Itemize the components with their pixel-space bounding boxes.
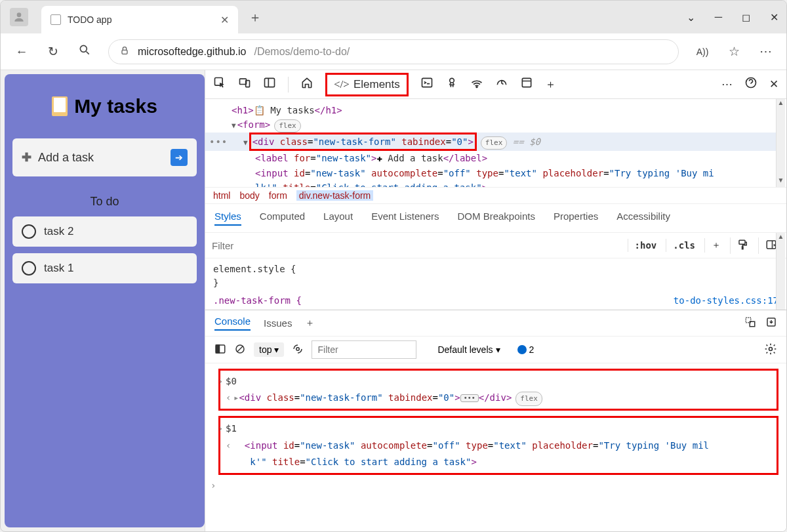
profile-button[interactable] <box>10 8 28 26</box>
tab-console[interactable]: Console <box>214 316 251 331</box>
issues-badge[interactable]: 2 <box>517 344 535 355</box>
tab-dom-breakpoints[interactable]: DOM Breakpoints <box>458 211 535 226</box>
new-style-rule-icon[interactable]: ＋ <box>704 238 723 253</box>
svg-point-26 <box>296 347 300 350</box>
welcome-icon[interactable] <box>300 76 313 92</box>
context-select[interactable]: top▾ <box>254 342 284 357</box>
expand-ellipsis-icon[interactable]: ••• <box>460 394 479 402</box>
maximize-icon[interactable]: ◻ <box>742 11 750 24</box>
scrollbar[interactable]: ▲▼ <box>776 99 785 187</box>
refresh-icon[interactable]: ↻ <box>45 44 61 59</box>
svg-rect-23 <box>216 345 219 353</box>
browser-titlebar: TODO app ✕ ＋ ⌄ ─ ◻ ✕ <box>1 1 786 33</box>
crumb-body[interactable]: body <box>239 190 259 201</box>
task-item[interactable]: task 2 <box>12 216 197 247</box>
source-link[interactable]: to-do-styles.css:17 <box>674 294 778 306</box>
selected-element-row[interactable]: ••• <div class="new-task-form" tabindex=… <box>205 133 780 151</box>
back-icon[interactable]: ← <box>14 45 30 59</box>
svg-line-2 <box>87 52 89 54</box>
console-drawer-tabs: Console Issues ＋ <box>205 310 786 336</box>
console-entry-1: ›$1 ‹ <input id="new-task" autocomplete=… <box>218 416 778 475</box>
task-item[interactable]: task 1 <box>12 253 197 283</box>
page-viewport: My tasks ✚ Add a task ➔ To do task 2 tas… <box>5 74 205 527</box>
application-icon[interactable] <box>520 76 533 92</box>
tab-styles[interactable]: Styles <box>214 211 241 226</box>
console-tab-icon[interactable] <box>420 76 434 92</box>
styles-body[interactable]: element.style { } .new-task-form {to-do-… <box>205 258 786 310</box>
devtools-toolbar: </> Elements ＋ ⋯ ✕ <box>205 70 786 99</box>
paint-icon[interactable] <box>730 237 752 254</box>
dom-tree[interactable]: <h1>📋 My tasks</h1> <form>flex ••• <div … <box>205 99 786 187</box>
task-checkbox-icon[interactable] <box>22 261 36 276</box>
performance-icon[interactable] <box>495 76 508 92</box>
window-controls: ⌄ ─ ◻ ✕ <box>687 11 778 24</box>
log-levels-select[interactable]: Default levels▾ <box>437 344 500 355</box>
svg-rect-16 <box>742 247 744 249</box>
crumb-form[interactable]: form <box>269 190 287 201</box>
separator <box>288 77 289 92</box>
add-task-input[interactable]: ✚ Add a task ➔ <box>12 138 197 176</box>
breadcrumb[interactable]: html body form div.new-task-form <box>205 187 786 204</box>
chevron-down-icon[interactable]: ⌄ <box>687 11 695 24</box>
tab-accessibility[interactable]: Accessibility <box>616 211 670 226</box>
tab-favicon <box>50 14 61 25</box>
sources-icon[interactable] <box>445 76 458 92</box>
tab-issues-drawer[interactable]: Issues <box>264 317 292 329</box>
gear-icon[interactable] <box>764 342 777 358</box>
detach-icon[interactable] <box>744 316 756 330</box>
ellipsis-icon[interactable]: ••• <box>209 134 228 149</box>
search-icon[interactable] <box>77 43 92 60</box>
download-icon[interactable] <box>765 316 777 330</box>
tab-close-icon[interactable]: ✕ <box>220 14 229 26</box>
tab-layout[interactable]: Layout <box>323 211 353 226</box>
tab-event-listeners[interactable]: Event Listeners <box>371 211 439 226</box>
crumb-selected[interactable]: div.new-task-form <box>296 190 373 201</box>
console-toolbar: top▾ Default levels▾ 2 <box>205 336 786 363</box>
more-tools-icon[interactable]: ＋ <box>545 77 556 92</box>
dock-icon[interactable] <box>263 76 276 92</box>
tab-properties[interactable]: Properties <box>554 211 598 226</box>
clear-console-icon[interactable] <box>234 343 246 357</box>
device-toggle-icon[interactable] <box>238 76 251 92</box>
address-bar[interactable]: microsoftedge.github.io/Demos/demo-to-do… <box>108 39 679 64</box>
more-icon[interactable]: ⋯ <box>721 77 733 91</box>
more-tools-icon[interactable]: ＋ <box>305 317 315 329</box>
read-aloud-icon[interactable]: A)) <box>695 47 710 57</box>
tab-elements[interactable]: </> Elements <box>325 73 409 96</box>
close-window-icon[interactable]: ✕ <box>770 11 778 24</box>
menu-icon[interactable]: ⋯ <box>757 44 773 59</box>
minimize-icon[interactable]: ─ <box>715 11 722 23</box>
chevron-down-icon: ▾ <box>496 344 500 355</box>
crumb-html[interactable]: html <box>213 190 230 201</box>
close-devtools-icon[interactable]: ✕ <box>769 77 778 91</box>
sidebar-toggle-icon[interactable] <box>214 343 226 357</box>
favorite-icon[interactable]: ☆ <box>726 44 742 59</box>
task-label: task 1 <box>44 262 73 275</box>
devtools-panel: </> Elements ＋ ⋯ ✕ <h1>📋 My tasks</h1> <… <box>205 70 786 531</box>
scrollbar[interactable]: ▲ <box>776 233 785 310</box>
browser-tab[interactable]: TODO app ✕ <box>41 6 238 33</box>
live-expression-icon[interactable] <box>292 343 304 357</box>
submit-arrow-icon[interactable]: ➔ <box>171 149 188 166</box>
console-output[interactable]: ›$0 ‹▸<div class="new-task-form" tabinde… <box>205 363 786 480</box>
inspect-icon[interactable] <box>213 76 226 92</box>
new-tab-button[interactable]: ＋ <box>249 9 262 26</box>
styles-filter-input[interactable] <box>212 235 621 255</box>
svg-point-10 <box>449 78 454 83</box>
cls-button[interactable]: .cls <box>666 239 698 252</box>
lock-icon <box>119 45 130 58</box>
tab-title: TODO app <box>68 14 220 25</box>
network-icon[interactable] <box>470 76 483 92</box>
help-icon[interactable] <box>744 76 757 92</box>
svg-rect-15 <box>739 240 745 244</box>
tab-computed[interactable]: Computed <box>260 211 305 226</box>
code-icon: </> <box>334 78 350 91</box>
hov-button[interactable]: :hov <box>628 239 660 252</box>
styles-tabs: Styles Computed Layout Event Listeners D… <box>205 204 786 233</box>
svg-rect-7 <box>265 78 275 87</box>
task-checkbox-icon[interactable] <box>22 224 36 239</box>
styles-toolbar: :hov .cls ＋ <box>205 233 786 258</box>
console-filter-input[interactable] <box>312 340 416 359</box>
page-title: My tasks <box>12 95 197 117</box>
svg-rect-3 <box>122 50 127 54</box>
